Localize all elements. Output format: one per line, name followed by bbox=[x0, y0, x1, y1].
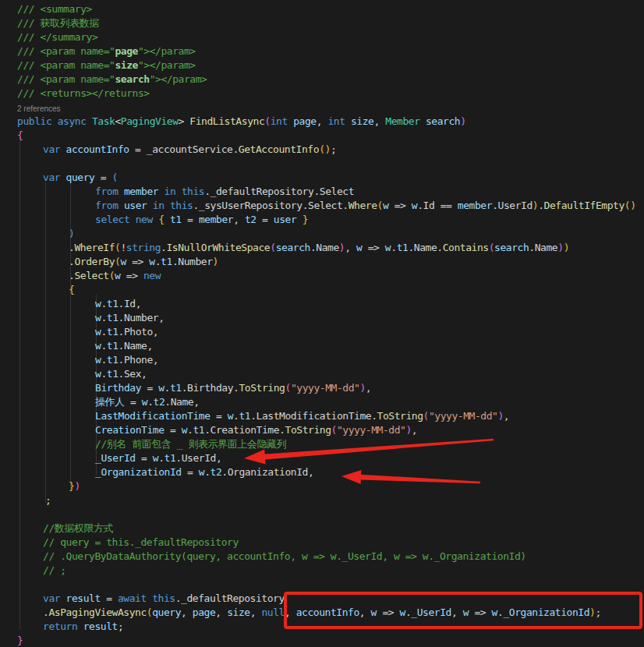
code-token: . bbox=[101, 312, 106, 324]
code-token: , bbox=[359, 606, 371, 618]
code-token: int bbox=[271, 115, 288, 127]
code-token: /// <param name=" bbox=[17, 73, 115, 85]
code-token: result bbox=[77, 620, 118, 632]
code-token: => bbox=[120, 270, 143, 281]
code-line: /// <param name="search"></param> bbox=[17, 72, 207, 87]
code-token: t2 bbox=[154, 396, 165, 408]
code-line: _OrganizationId = w.t2.OrganizationId, bbox=[95, 465, 313, 479]
code-token: search bbox=[420, 115, 461, 127]
red-arrow bbox=[341, 470, 480, 484]
code-token: search bbox=[276, 242, 310, 253]
code-token: var bbox=[43, 592, 60, 604]
code-token: ( bbox=[331, 424, 337, 436]
code-token: { bbox=[69, 284, 74, 295]
code-token: { bbox=[158, 214, 164, 225]
code-token: "></param> bbox=[150, 73, 207, 85]
code-token: ( bbox=[377, 200, 383, 211]
code-token: , bbox=[451, 606, 463, 618]
code-token: t1 bbox=[397, 242, 409, 253]
code-token: "yyyy-MM-dd" bbox=[429, 410, 498, 422]
code-token: size bbox=[227, 606, 250, 618]
code-token: /// </summary> bbox=[17, 31, 97, 43]
code-token: t1 bbox=[107, 354, 119, 366]
code-token: = bbox=[101, 592, 118, 604]
code-line: _UserId = w.t1.UserId, bbox=[95, 451, 221, 465]
code-token: = bbox=[182, 214, 199, 225]
code-token: w bbox=[158, 382, 164, 394]
code-token: ToString bbox=[377, 410, 423, 422]
code-line: .OrderBy(w => w.t1.Number) bbox=[69, 255, 218, 269]
code-token: // ; bbox=[43, 564, 66, 576]
code-token: /// <summary> bbox=[17, 3, 92, 15]
code-token: query bbox=[152, 606, 181, 618]
code-line: // .QueryByDataAuthority(query, accountI… bbox=[43, 550, 526, 564]
code-token bbox=[175, 186, 181, 197]
code-token: /// <param name=" bbox=[17, 45, 115, 57]
code-token: 2 references bbox=[17, 104, 61, 113]
code-line: /// <returns></returns> bbox=[17, 87, 150, 101]
code-token: new bbox=[136, 214, 153, 225]
code-token: 操作人 bbox=[95, 396, 125, 408]
code-line: w.t1.Id, bbox=[95, 297, 141, 311]
code-token: = bbox=[129, 143, 147, 155]
code-token: w bbox=[400, 606, 405, 618]
codelens-references[interactable]: 2 references bbox=[17, 104, 61, 115]
code-token: "yyyy-MM-dd" bbox=[291, 382, 360, 394]
code-line: var result = await this._defaultReposito… bbox=[43, 592, 285, 606]
code-token: page bbox=[288, 115, 317, 127]
code-token: page bbox=[193, 606, 216, 618]
code-token: in bbox=[165, 186, 176, 197]
code-token: accountInfo bbox=[296, 606, 359, 618]
code-token: < bbox=[115, 115, 120, 127]
code-token: ) bbox=[497, 410, 503, 422]
code-token: Member bbox=[385, 115, 419, 127]
code-line: .Select(w => new bbox=[69, 269, 161, 283]
code-token: int bbox=[327, 115, 345, 127]
code-token: t1 bbox=[165, 452, 176, 464]
code-token: .Photo, bbox=[119, 326, 159, 338]
code-token: t1 bbox=[170, 214, 182, 225]
code-line: }) bbox=[69, 479, 80, 493]
code-token: ._sysUserRepository.Select. bbox=[193, 200, 348, 211]
code-line: // query = this._defaultRepository bbox=[43, 536, 239, 550]
code-token: result bbox=[60, 592, 101, 604]
code-line: /// <summary> bbox=[17, 2, 92, 16]
code-token: => bbox=[126, 256, 150, 267]
code-line: /// </summary> bbox=[17, 30, 97, 44]
code-line: w.t1.Sex, bbox=[95, 367, 147, 381]
code-token: //数据权限方式 bbox=[43, 522, 113, 534]
code-token: public async bbox=[17, 115, 92, 127]
code-token: w bbox=[228, 410, 233, 422]
code-token: AsPagingViewAsync bbox=[48, 606, 146, 618]
code-token: , bbox=[317, 115, 328, 127]
code-token: .LastModificationTime. bbox=[250, 410, 377, 422]
code-token: IsNullOrWhiteSpace bbox=[166, 242, 270, 253]
code-line: //数据权限方式 bbox=[43, 521, 113, 536]
code-token: null bbox=[261, 606, 285, 618]
code-token: t1 bbox=[239, 410, 250, 422]
code-token: await bbox=[118, 592, 147, 604]
code-token: Task bbox=[92, 115, 115, 127]
code-token: = bbox=[257, 214, 274, 225]
code-token: CreationTime bbox=[95, 424, 165, 436]
code-token: t1 bbox=[161, 256, 172, 267]
code-line: // ; bbox=[43, 564, 66, 578]
code-token: .UserId bbox=[492, 200, 533, 211]
code-token: GetAccountInfo bbox=[239, 143, 319, 155]
code-line: return result; bbox=[43, 620, 123, 634]
code-token: .Phone, bbox=[119, 354, 159, 366]
code-token bbox=[165, 214, 170, 225]
code-line: from user in this._sysUserRepository.Sel… bbox=[95, 199, 636, 213]
code-token: ; bbox=[45, 494, 51, 506]
code-token: = bbox=[125, 396, 142, 408]
code-token: Contains bbox=[443, 242, 489, 253]
code-line: { bbox=[69, 283, 74, 297]
code-token: /// 获取列表数据 bbox=[17, 17, 99, 29]
code-token: w bbox=[492, 606, 497, 618]
code-token: /// <returns></returns> bbox=[17, 87, 150, 99]
code-token: , bbox=[504, 410, 509, 422]
code-token: .Sex, bbox=[119, 368, 147, 380]
code-token: user bbox=[119, 200, 147, 211]
code-line: /// <param name="size"></param> bbox=[17, 58, 196, 72]
code-token: ; bbox=[118, 620, 123, 632]
